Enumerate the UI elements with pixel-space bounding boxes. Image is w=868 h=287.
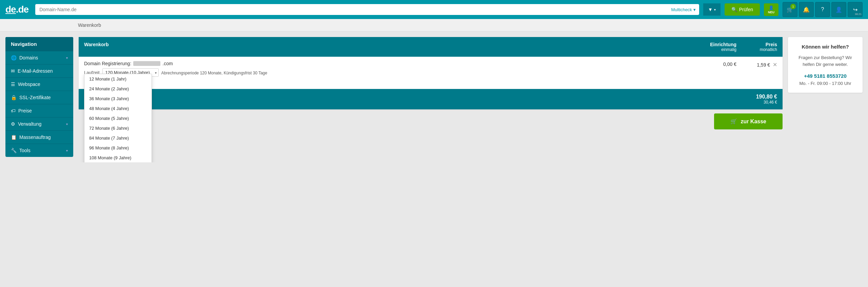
sidebar-item-verwaltung[interactable]: ⚙ Verwaltung ▾ xyxy=(5,117,73,130)
dropdown-option[interactable]: 60 Monate (5 Jahre) xyxy=(84,113,152,123)
sidebar-item-domains[interactable]: 🌐 Domains ▾ xyxy=(5,51,73,64)
multicheck-button[interactable]: Multicheck xyxy=(668,4,699,15)
sidebar-item-label: Preise xyxy=(18,108,32,113)
cart-col-einrichtung: Einrichtung einmalig xyxy=(701,37,742,57)
dropdown-option[interactable]: 12 Monate (1 Jahr) xyxy=(84,74,152,84)
user-button[interactable]: 👤 xyxy=(831,2,846,17)
help-button[interactable]: ? xyxy=(815,2,830,17)
chevron-right-icon: ▾ xyxy=(66,122,68,126)
email-icon: ✉ xyxy=(11,68,15,74)
help-hours: Mo. - Fr. 09:00 - 17:00 Uhr xyxy=(793,81,857,86)
sidebar-item-massenauftrag[interactable]: 📋 Massenauftrag xyxy=(5,130,73,144)
header-icons: 🛒 1 🔔 ? 👤 ↪ 38:21 xyxy=(783,2,863,17)
sidebar-item-tools[interactable]: 🔧 Tools ▾ xyxy=(5,144,73,157)
total-amount: 190,80 € xyxy=(736,94,777,100)
list-icon: 📋 xyxy=(11,134,17,140)
sidebar-item-label: Domains xyxy=(19,55,38,60)
question-icon: ? xyxy=(821,6,824,13)
tag-icon: 🏷 xyxy=(11,108,16,113)
sidebar-item-webspace[interactable]: ☰ Webspace xyxy=(5,77,73,91)
total-label: Gesamt xyxy=(84,94,696,100)
dropdown-option[interactable]: 48 Monate (4 Jahre) xyxy=(84,104,152,113)
help-phone: +49 5181 8553720 xyxy=(793,73,857,79)
search-icon: 🔍 xyxy=(731,7,737,12)
lock-icon: 🔒 xyxy=(11,95,17,100)
help-box: Können wir helfen? Fragen zur Bestellung… xyxy=(788,37,863,93)
help-text: Fragen zur Bestellung? Wir helfen Dir ge… xyxy=(793,54,857,68)
dropdown-option[interactable]: 36 Monate (3 Jahre) xyxy=(84,94,152,104)
chevron-right-icon: ▾ xyxy=(66,149,68,153)
filter-arrow-icon: ▾ xyxy=(714,8,716,12)
cart-row: Domain Registrierung: .com Laufzeit 12 M… xyxy=(79,57,783,89)
filter-icon: ▼ xyxy=(708,7,713,12)
remove-button[interactable]: ✕ xyxy=(773,61,777,68)
sidebar-item-label: Tools xyxy=(19,148,31,153)
cart-total-row: Gesamt inkl. 19 % 190,80 € 30,46 € xyxy=(79,89,783,109)
person-icon: 👤 xyxy=(769,5,774,10)
dropdown-option[interactable]: 96 Monate (8 Jahre) xyxy=(84,143,152,153)
laufzeit-dropdown-popup: 12 Monate (1 Jahr)24 Monate (2 Jahre)36 … xyxy=(84,74,152,162)
laufzeit-row: Laufzeit 12 Monate (1 Jahr)24 Monate (2 … xyxy=(84,68,696,77)
cart-card: Warenkorb Einrichtung einmalig Preis mon… xyxy=(79,37,783,109)
cart-icon: 🛒 xyxy=(730,118,737,125)
domain-ext: .com xyxy=(162,61,173,66)
dropdown-option[interactable]: 72 Monate (6 Jahre) xyxy=(84,123,152,133)
bell-icon: 🔔 xyxy=(803,6,810,13)
sidebar-item-ssl[interactable]: 🔒 SSL-Zertifikate xyxy=(5,91,73,104)
cart-item-details: Domain Registrierung: .com Laufzeit 12 M… xyxy=(84,61,696,85)
dropdown-option[interactable]: 24 Monate (2 Jahre) xyxy=(84,84,152,94)
content-area: Warenkorb Einrichtung einmalig Preis mon… xyxy=(79,37,783,129)
search-bar: Multicheck xyxy=(35,4,699,15)
abrechnungs-info: Abrechnungsperiode 120 Monate, Kündigung… xyxy=(161,71,268,75)
logo[interactable]: de.de xyxy=(5,4,28,15)
sidebar-item-email[interactable]: ✉ E-Mail-Adressen xyxy=(5,64,73,77)
sidebar-item-label: Webspace xyxy=(18,82,40,87)
dropdown-option[interactable]: 84 Monate (7 Jahre) xyxy=(84,133,152,143)
cart-table-header: Warenkorb Einrichtung einmalig Preis mon… xyxy=(79,37,783,57)
dropdown-option[interactable]: 108 Monate (9 Jahre) xyxy=(84,153,152,162)
domain-reg-label: Domain Registrierung: xyxy=(84,61,131,66)
whois-row: Whois xyxy=(84,79,696,85)
user-icon: 👤 xyxy=(835,6,842,13)
sidebar-item-label: SSL-Zertifikate xyxy=(19,95,51,100)
bell-button[interactable]: 🔔 xyxy=(799,2,814,17)
sidebar: Navigation 🌐 Domains ▾ ✉ E-Mail-Adressen… xyxy=(5,37,73,157)
server-icon: ☰ xyxy=(11,82,15,87)
filter-button[interactable]: ▼ ▾ xyxy=(703,3,721,16)
price-monatlich: 1,59 € ✕ xyxy=(736,61,777,68)
chevron-right-icon: ▾ xyxy=(66,56,68,60)
neu-button[interactable]: 👤 NEU xyxy=(764,3,778,16)
cart-col-preis: Preis monatlich xyxy=(742,37,783,57)
sidebar-title: Navigation xyxy=(5,37,73,51)
price-einrichtung: 0,00 € xyxy=(696,61,736,67)
total-sub: inkl. 19 % xyxy=(84,100,696,104)
header: de.de Multicheck ▼ ▾ 🔍 Prüfen 👤 NEU 🛒 1 … xyxy=(0,0,868,19)
main-layout: Navigation 🌐 Domains ▾ ✉ E-Mail-Adressen… xyxy=(0,32,868,162)
total-amount-sub: 30,46 € xyxy=(736,100,777,105)
sidebar-item-label: E-Mail-Adressen xyxy=(18,68,53,74)
pruefen-button[interactable]: 🔍 Prüfen xyxy=(725,3,760,16)
help-title: Können wir helfen? xyxy=(793,44,857,50)
sidebar-item-label: Verwaltung xyxy=(18,121,41,127)
cart-button[interactable]: 🛒 1 xyxy=(783,2,797,17)
checkout-button[interactable]: 🛒 zur Kasse xyxy=(714,113,783,129)
gear-icon: ⚙ xyxy=(11,121,15,127)
sidebar-item-label: Massenauftrag xyxy=(19,134,51,140)
breadcrumb: Warenkorb xyxy=(0,19,868,32)
cart-col-title: Warenkorb xyxy=(79,37,701,57)
tools-icon: 🔧 xyxy=(11,148,17,153)
sidebar-item-preise[interactable]: 🏷 Preise xyxy=(5,104,73,117)
logout-icon: ↪ xyxy=(853,6,857,13)
search-input[interactable] xyxy=(35,4,668,15)
globe-icon: 🌐 xyxy=(11,55,17,60)
domain-name-placeholder xyxy=(133,61,160,66)
logout-button[interactable]: ↪ 38:21 xyxy=(848,2,863,17)
checkout-row: 🛒 zur Kasse xyxy=(79,113,783,129)
